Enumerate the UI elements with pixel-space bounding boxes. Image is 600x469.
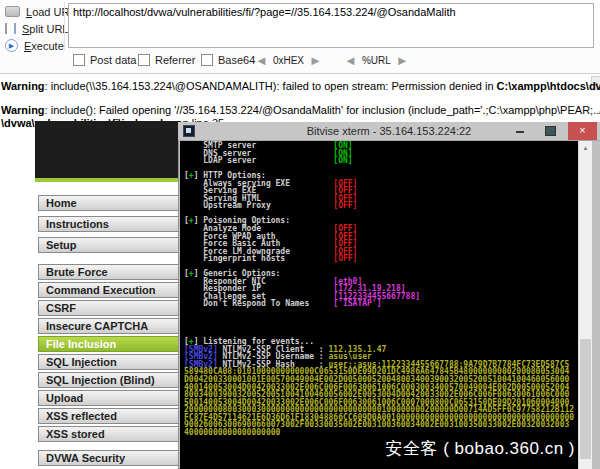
terminal-text-segment: LDAP server [184, 156, 333, 165]
url-input[interactable]: http://localhost/dvwa/vulnerabilities/fi… [68, 3, 594, 48]
execute-icon: ▶ [5, 39, 18, 52]
hex-encoder-label: 0xHEX [273, 55, 304, 66]
load-url-icon [5, 6, 20, 17]
terminal-line: Don't Respond To Names ['ISATAP'] [184, 300, 574, 308]
maximize-icon [545, 126, 556, 136]
terminal-line [184, 323, 574, 331]
terminal-text-segment: [OFF] [333, 254, 357, 263]
terminal-line [184, 316, 574, 324]
toolbar-divider [64, 2, 65, 50]
split-url-label: Split URL [22, 23, 68, 35]
referrer-label: Referrer [155, 54, 195, 66]
sidebar-item-home[interactable]: Home [38, 195, 180, 211]
close-icon: × [579, 124, 585, 136]
split-url-button[interactable]: Split URL [5, 21, 68, 36]
scrollbar-thumb[interactable] [580, 339, 591, 459]
dvwa-header-accent [35, 178, 180, 182]
terminal-line: Upstream Proxy [OFF] [184, 202, 574, 210]
terminal-text-segment: ['ISATAP'] [333, 299, 381, 308]
warning-text: : include(): Failed opening '//35.164.15… [45, 104, 600, 116]
terminal-titlebar[interactable]: Bitvise xterm - 35.164.153.224:22 × [178, 122, 600, 141]
checkbox-icon[interactable] [138, 54, 150, 66]
sidebar-item-xss-stored[interactable]: XSS stored [38, 426, 180, 442]
terminal-line: 40000000000000000000 [184, 429, 574, 437]
sidebar-item-upload[interactable]: Upload [38, 390, 180, 406]
sidebar-item-instructions[interactable]: Instructions [38, 216, 180, 232]
url-decode-arrow-icon[interactable]: ◄ [344, 53, 357, 68]
warning-2-line-1: Warning: include(): Failed opening '//35… [1, 104, 600, 116]
terminal-text-segment: Don't Respond To Names [184, 299, 333, 308]
terminal-line [184, 308, 574, 316]
warning-text: : include(\\35.164.153.224\@OSANDAMALITH… [45, 80, 497, 92]
post-data-label: Post data [90, 54, 136, 66]
terminal-window-frame [592, 141, 600, 469]
execute-label: Execute [24, 40, 64, 52]
warning-path: C:\xampp\htdocs\dvwa\vulnerabilities\fi\… [497, 80, 600, 92]
hex-decode-arrow-icon[interactable]: ◄ [255, 53, 268, 68]
terminal-output: SMTP server [ON] DNS server [ON] LDAP se… [180, 141, 574, 436]
url-encode-arrow-icon[interactable]: ► [396, 53, 409, 68]
dvwa-logo-header [35, 121, 180, 178]
hex-encode-arrow-icon[interactable]: ► [309, 53, 322, 68]
hex-encoder-control: ◄ 0xHEX ► [255, 53, 322, 68]
sidebar-item-setup[interactable]: Setup [38, 237, 180, 253]
minimize-button[interactable] [510, 122, 531, 140]
terminal-text-segment: 40000000000000000000 [184, 428, 280, 437]
referrer-checkbox[interactable]: Referrer [138, 54, 195, 66]
sidebar-item-brute-force[interactable]: Brute Force [38, 264, 180, 280]
sidebar-item-file-inclusion[interactable]: File Inclusion [38, 336, 180, 352]
sidebar-item-xss-reflected[interactable]: XSS reflected [38, 408, 180, 424]
terminal-line: Fingerprint hosts [OFF] [184, 255, 574, 263]
url-encoder-control: ◄ %URL ► [344, 53, 409, 68]
bitvise-xterm-window: Bitvise xterm - 35.164.153.224:22 × SMTP… [178, 122, 600, 469]
terminal-screen[interactable]: SMTP server [ON] DNS server [ON] LDAP se… [180, 141, 578, 469]
split-url-icon [5, 23, 16, 34]
warning-label: Warning [1, 80, 45, 92]
terminal-text-segment: [OFF] [333, 201, 357, 210]
checkbox-icon[interactable] [73, 54, 85, 66]
minimize-icon [516, 131, 524, 133]
terminal-line: LDAP server [ON] [184, 157, 574, 165]
watermark: 安全客 ( bobao.360.cn ) [385, 437, 575, 460]
sidebar-item-sql-injection[interactable]: SQL Injection [38, 354, 180, 370]
post-data-checkbox[interactable]: Post data [73, 54, 136, 66]
base64-label: Base64 [218, 54, 255, 66]
sidebar-item-command-execution[interactable]: Command Execution [38, 282, 180, 298]
sidebar-item-dvwa-security[interactable]: DVWA Security [38, 450, 180, 466]
terminal-scrollbar[interactable]: ▲ [578, 141, 592, 469]
sidebar-item-csrf[interactable]: CSRF [38, 300, 180, 316]
terminal-text-segment: Upstream Proxy [184, 201, 333, 210]
sidebar-item-insecure-captcha[interactable]: Insecure CAPTCHA [38, 318, 180, 334]
sidebar-item-sql-injection-blind[interactable]: SQL Injection (Blind) [38, 372, 180, 388]
warning-label: Warning [1, 104, 45, 116]
hackbar-toolbar: Load URL Split URL ▶ Execute http://loca… [0, 0, 600, 74]
url-encoder-label: %URL [362, 55, 391, 66]
terminal-text-segment: Fingerprint hosts [184, 254, 333, 263]
base64-checkbox[interactable]: Base64 [201, 54, 255, 66]
scroll-up-icon[interactable]: ▲ [579, 141, 592, 155]
terminal-text-segment: [ON] [333, 156, 352, 165]
execute-button[interactable]: ▶ Execute [5, 38, 64, 53]
close-button[interactable]: × [568, 122, 597, 140]
terminal-title: Bitvise xterm - 35.164.153.224:22 [178, 125, 600, 137]
checkbox-icon[interactable] [201, 54, 213, 66]
screen: Load URL Split URL ▶ Execute http://loca… [0, 0, 600, 469]
maximize-button[interactable] [539, 122, 560, 140]
hackbar-options-row: Post data Referrer Base64 ◄ 0xHEX ► ◄ %U… [0, 52, 600, 71]
warning-1: Warning: include(\\35.164.153.224\@OSAND… [1, 80, 600, 92]
